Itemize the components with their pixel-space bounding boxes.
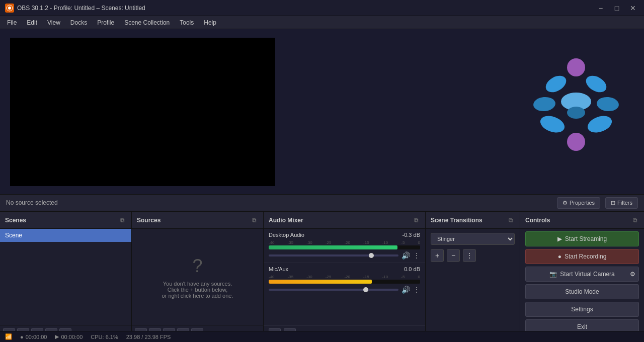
desktop-audio-mute-icon[interactable]: 🔊 — [401, 251, 410, 260]
titlebar: OBS 30.1.2 - Profile: Untitled – Scenes:… — [0, 0, 644, 16]
svg-point-9 — [585, 113, 614, 135]
transitions-panel-title: Scene Transitions — [431, 217, 482, 224]
menu-item-edit[interactable]: Edit — [22, 18, 42, 28]
scenes-collapse-button[interactable]: ⧉ — [118, 216, 126, 224]
mic-volume-slider[interactable] — [269, 289, 398, 291]
settings-button[interactable]: Settings — [525, 302, 639, 317]
mic-meter-fill — [269, 280, 372, 284]
add-transition-button[interactable]: + — [431, 249, 444, 262]
cpu-label: CPU: 6.1% — [91, 334, 118, 340]
transitions-panel-header: Scene Transitions ⧉ — [426, 212, 520, 229]
sources-collapse-button[interactable]: ⧉ — [250, 216, 258, 224]
start-virtual-camera-button[interactable]: 📷 Start Virtual Camera ⚙ — [525, 267, 639, 282]
sources-panel: Sources ⧉ ? You don't have any sources. … — [132, 212, 264, 342]
maximize-button[interactable]: □ — [611, 2, 623, 14]
desktop-volume-thumb — [369, 253, 374, 258]
desktop-audio-menu-icon[interactable]: ⋮ — [413, 251, 420, 260]
app-icon — [5, 4, 14, 13]
preview-canvas — [10, 38, 275, 186]
audio-collapse-button[interactable]: ⧉ — [412, 216, 420, 224]
menu-item-docks[interactable]: Docks — [65, 18, 92, 28]
properties-button[interactable]: ⚙ Properties — [557, 197, 600, 209]
controls-panel-actions: ⧉ — [631, 216, 639, 224]
bottom-panels: Scenes ⧉ Scene + − ⊡ ▲ ▼ Sources ⧉ — [0, 211, 644, 342]
window-controls: − □ ✕ — [595, 2, 639, 14]
filter-icon: ⊟ — [611, 200, 615, 206]
controls-panel-title: Controls — [525, 217, 550, 224]
gear-icon: ⚙ — [562, 200, 568, 206]
mic-aux-name: Mic/Aux — [269, 266, 288, 272]
menu-item-file[interactable]: File — [2, 18, 22, 28]
sources-panel-header: Sources ⧉ — [132, 212, 263, 229]
statusbar: 📶 ● 00:00:00 ▶ 00:00:00 CPU: 6.1% 23.98 … — [0, 331, 644, 342]
audio-panel-header: Audio Mixer ⧉ — [264, 212, 425, 229]
menu-item-help[interactable]: Help — [199, 18, 221, 28]
transition-select[interactable]: Cut Fade Swipe Slide Stinger Fade to Col… — [431, 233, 515, 245]
preview-area — [0, 29, 644, 194]
desktop-audio-name: Desktop Audio — [269, 232, 304, 238]
start-streaming-button[interactable]: ▶ Start Streaming — [525, 231, 639, 246]
signal-icon: 📶 — [5, 333, 12, 340]
desktop-meter-fill — [269, 245, 397, 249]
menu-item-scene-collection[interactable]: Scene Collection — [119, 18, 175, 28]
menubar: FileEditViewDocksProfileScene Collection… — [0, 16, 644, 29]
studio-mode-button[interactable]: Studio Mode — [525, 284, 639, 299]
svg-point-4 — [583, 72, 609, 96]
record-icon: ● — [558, 253, 561, 260]
filters-button[interactable]: ⊟ Filters — [605, 197, 638, 209]
no-source-label: No source selected — [6, 199, 552, 206]
transition-actions: + − ⋮ — [426, 249, 520, 262]
audio-panel-title: Audio Mixer — [269, 217, 303, 224]
svg-point-6 — [596, 96, 619, 112]
stream-time-icon: ▶ — [55, 333, 59, 340]
sources-empty[interactable]: ? You don't have any sources. Click the … — [132, 229, 263, 325]
signal-strength: 📶 — [5, 333, 12, 340]
mic-aux-db: 0.0 dB — [404, 266, 420, 272]
stream-time-value: 00:00:00 — [61, 334, 83, 340]
stream-time: ▶ 00:00:00 — [55, 333, 83, 340]
minimize-button[interactable]: − — [595, 2, 607, 14]
scenes-panel-title: Scenes — [5, 217, 26, 224]
desktop-audio-channel: Desktop Audio -0.3 dB -40-35-30-25-20-15… — [264, 229, 425, 263]
scene-transitions-panel: Scene Transitions ⧉ Cut Fade Swipe Slide… — [426, 212, 520, 342]
remove-transition-button[interactable]: − — [447, 249, 460, 262]
svg-point-11 — [567, 107, 585, 119]
controls-panel-header: Controls ⧉ — [520, 212, 644, 229]
recording-time-value: 00:00:00 — [26, 334, 47, 340]
desktop-volume-slider[interactable] — [269, 254, 398, 256]
virtual-camera-settings-icon[interactable]: ⚙ — [630, 271, 635, 278]
start-recording-button[interactable]: ● Start Recording — [525, 249, 639, 264]
desktop-meter-ticks: -40-35-30-25-20-15-10-50 — [269, 240, 420, 245]
window-title: OBS 30.1.2 - Profile: Untitled – Scenes:… — [17, 5, 595, 12]
cpu-usage: CPU: 6.1% — [91, 334, 118, 340]
scene-item-scene[interactable]: Scene — [0, 229, 131, 242]
obs-logo-area — [528, 56, 629, 167]
mic-aux-controls: 🔊 ⋮ — [269, 286, 420, 294]
scenes-panel-actions: ⧉ — [118, 216, 126, 224]
stream-icon: ▶ — [557, 235, 562, 242]
transition-settings-button[interactable]: ⋮ — [463, 249, 476, 262]
mic-audio-menu-icon[interactable]: ⋮ — [413, 286, 420, 294]
no-source-bar: No source selected ⚙ Properties ⊟ Filter… — [0, 194, 644, 211]
menu-item-view[interactable]: View — [42, 18, 65, 28]
menu-item-profile[interactable]: Profile — [92, 18, 119, 28]
fps-display: 23.98 / 23.98 FPS — [126, 334, 171, 340]
audio-mixer-panel: Audio Mixer ⧉ Desktop Audio -0.3 dB -40-… — [264, 212, 426, 342]
audio-panel-actions: ⧉ — [412, 216, 420, 224]
record-time-icon: ● — [20, 334, 24, 340]
menu-item-tools[interactable]: Tools — [175, 18, 199, 28]
scenes-panel-header: Scenes ⧉ — [0, 212, 131, 229]
svg-point-1 — [8, 7, 11, 10]
sources-panel-actions: ⧉ — [250, 216, 258, 224]
mic-aux-meter — [269, 280, 420, 284]
controls-collapse-button[interactable]: ⧉ — [631, 216, 639, 224]
main-content: No source selected ⚙ Properties ⊟ Filter… — [0, 29, 644, 342]
transitions-collapse-button[interactable]: ⧉ — [507, 216, 515, 224]
mic-volume-thumb — [363, 287, 368, 292]
question-mark-icon: ? — [192, 255, 202, 277]
mic-aux-header: Mic/Aux 0.0 dB — [269, 266, 420, 272]
close-button[interactable]: ✕ — [627, 2, 639, 14]
desktop-audio-meter — [269, 245, 420, 249]
sources-empty-text: You don't have any sources. Click the + … — [162, 281, 233, 299]
mic-audio-mute-icon[interactable]: 🔊 — [401, 286, 410, 294]
